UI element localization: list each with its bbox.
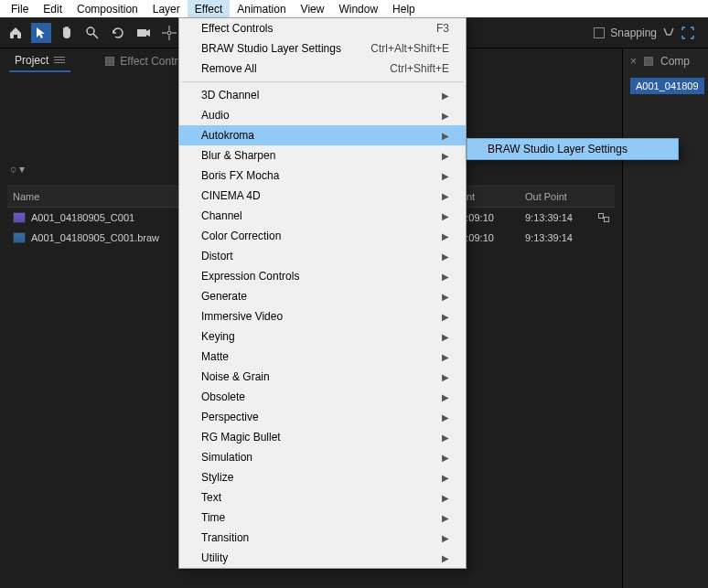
menu-composition[interactable]: Composition [70, 0, 145, 17]
submenu-item[interactable]: BRAW Studio Layer Settings [467, 139, 678, 159]
right-tab-label[interactable]: Comp [660, 55, 690, 68]
menu-item-label: 3D Channel [201, 89, 259, 102]
menu-item-label: Simulation [201, 451, 252, 464]
menu-item-category[interactable]: Channel▶ [179, 206, 466, 226]
footage-icon [13, 232, 26, 243]
menu-item-label: Distort [201, 250, 233, 262]
snapping-label: Snapping [610, 27, 657, 39]
menu-item-label: Immersive Video [201, 310, 283, 323]
submenu-arrow-icon: ▶ [442, 493, 449, 503]
comp-chip[interactable]: A001_041809 [630, 78, 704, 94]
menu-item-category[interactable]: Simulation▶ [179, 447, 466, 467]
panel-menu-icon[interactable] [54, 57, 65, 64]
menu-edit[interactable]: Edit [36, 0, 70, 17]
menu-item-category[interactable]: Obsolete▶ [179, 387, 466, 407]
menu-item-category[interactable]: Time▶ [179, 508, 466, 528]
menu-item-category[interactable]: Keying▶ [179, 326, 466, 347]
menu-item-category[interactable]: Immersive Video▶ [179, 306, 466, 326]
menu-item-label: Transition [201, 531, 249, 544]
zoom-tool-icon[interactable] [82, 23, 102, 43]
menu-file[interactable]: File [4, 0, 36, 17]
submenu-arrow-icon: ▶ [442, 231, 449, 241]
menu-item-category[interactable]: Matte▶ [179, 347, 466, 367]
submenu-arrow-icon: ▶ [442, 312, 449, 322]
menu-item-category[interactable]: CINEMA 4D▶ [179, 186, 466, 206]
composition-icon [13, 212, 26, 223]
tab-project[interactable]: Project [9, 50, 70, 72]
menu-animation[interactable]: Animation [230, 0, 293, 17]
home-icon[interactable] [5, 23, 26, 43]
menu-item-category[interactable]: RG Magic Bullet▶ [179, 427, 466, 447]
menu-item-category[interactable]: Audio▶ [179, 105, 466, 125]
menu-item-category[interactable]: Transition▶ [179, 528, 466, 548]
menu-item[interactable]: Effect ControlsF3 [179, 18, 466, 38]
menu-item-category[interactable]: 3D Channel▶ [179, 85, 466, 105]
svg-rect-2 [137, 29, 146, 37]
menubar: File Edit Composition Layer Effect Anima… [0, 0, 708, 17]
menu-item-label: Perspective [201, 411, 259, 423]
submenu-arrow-icon: ▶ [442, 453, 449, 463]
menu-shortcut: Ctrl+Shift+E [390, 62, 449, 75]
menu-item-category[interactable]: Noise & Grain▶ [179, 367, 466, 387]
submenu-arrow-icon: ▶ [442, 211, 449, 221]
submenu-arrow-icon: ▶ [442, 513, 449, 523]
menu-effect[interactable]: Effect [188, 0, 230, 17]
tab-project-label: Project [15, 54, 48, 67]
menu-item-category[interactable]: Text▶ [179, 487, 466, 508]
menu-item-category[interactable]: Boris FX Mocha▶ [179, 166, 466, 186]
menu-item-label: CINEMA 4D [201, 189, 261, 202]
menu-item-category[interactable]: Generate▶ [179, 286, 466, 306]
hierarchy-icon [598, 213, 609, 222]
menu-item-category[interactable]: Color Correction▶ [179, 226, 466, 246]
menu-item-category[interactable]: Expression Controls▶ [179, 266, 466, 286]
submenu-arrow-icon: ▶ [442, 151, 449, 161]
menu-item-label: RG Magic Bullet [201, 431, 281, 444]
menu-item-label: Keying [201, 330, 235, 343]
menu-item-category[interactable]: Perspective▶ [179, 407, 466, 427]
submenu-arrow-icon: ▶ [442, 533, 449, 543]
menu-item-category[interactable]: Autokroma▶ [179, 125, 466, 145]
menu-item-label: Stylize [201, 471, 233, 484]
submenu-arrow-icon: ▶ [442, 433, 449, 443]
menu-item-label: Noise & Grain [201, 370, 270, 383]
menu-item-label: Channel [201, 209, 242, 222]
col-out[interactable]: Out Point [520, 187, 593, 207]
effect-controls-icon [105, 57, 114, 66]
menu-item-category[interactable]: Utility▶ [179, 548, 466, 568]
menu-help[interactable]: Help [385, 0, 423, 17]
snapping-toggle[interactable]: Snapping [594, 26, 695, 40]
menu-item[interactable]: BRAW Studio Layer SettingsCtrl+Alt+Shift… [179, 38, 466, 59]
submenu-arrow-icon: ▶ [442, 111, 449, 121]
tab-effect-controls-label: Effect Control [120, 55, 186, 68]
menu-item-category[interactable]: Distort▶ [179, 246, 466, 266]
menu-item-label: Matte [201, 350, 229, 363]
submenu-arrow-icon: ▶ [442, 553, 449, 563]
menu-item-label: Obsolete [201, 390, 245, 403]
menu-item-category[interactable]: Blur & Sharpen▶ [179, 145, 466, 166]
submenu-arrow-icon: ▶ [442, 372, 449, 382]
selection-tool-icon[interactable] [31, 23, 51, 43]
submenu-arrow-icon: ▶ [442, 412, 449, 422]
submenu-arrow-icon: ▶ [442, 292, 449, 302]
menu-layer[interactable]: Layer [145, 0, 188, 17]
submenu-item-label: BRAW Studio Layer Settings [488, 143, 628, 155]
submenu-arrow-icon: ▶ [442, 131, 449, 141]
menu-item-label: Expression Controls [201, 270, 299, 283]
anchor-tool-icon[interactable] [159, 23, 179, 43]
camera-tool-icon[interactable] [134, 23, 154, 43]
search-input[interactable]: ⌕▾ [9, 163, 25, 176]
submenu-arrow-icon: ▶ [442, 473, 449, 483]
menu-window[interactable]: Window [331, 0, 385, 17]
menu-item[interactable]: Remove AllCtrl+Shift+E [179, 59, 466, 79]
hand-tool-icon[interactable] [57, 23, 77, 43]
close-panel-icon[interactable]: × [630, 55, 637, 68]
rotate-tool-icon[interactable] [108, 23, 128, 43]
item-name: A001_04180905_C001 [31, 212, 134, 223]
menu-view[interactable]: View [294, 0, 332, 17]
menu-item-label: Effect Controls [201, 22, 273, 35]
menu-item-category[interactable]: Stylize▶ [179, 467, 466, 487]
menu-item-label: Autokroma [201, 129, 254, 142]
svg-point-3 [167, 31, 171, 35]
menu-separator [181, 81, 464, 82]
menu-item-label: Color Correction [201, 230, 281, 242]
